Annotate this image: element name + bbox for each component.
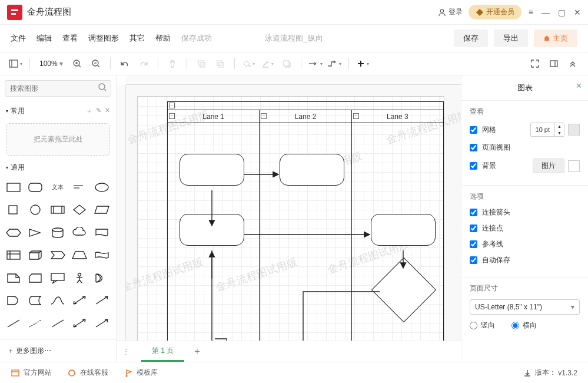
close-panel-icon[interactable]: ✕ bbox=[576, 81, 582, 90]
menu-icon[interactable]: ≡ bbox=[529, 8, 533, 17]
menu-extra[interactable]: 其它 bbox=[129, 33, 145, 44]
shape-cyl[interactable] bbox=[49, 226, 67, 239]
pageview-checkbox[interactable]: 页面视图 bbox=[470, 143, 510, 153]
background-color-swatch[interactable] bbox=[568, 160, 580, 172]
shape-datastor[interactable] bbox=[26, 294, 44, 307]
line-color-icon[interactable]: ▾ bbox=[260, 55, 276, 72]
background-checkbox[interactable]: 背景 bbox=[470, 161, 496, 171]
shape-line2[interactable] bbox=[49, 317, 67, 330]
pages-menu-icon[interactable]: ⋮ bbox=[122, 348, 129, 356]
portrait-radio[interactable]: 竖向 bbox=[470, 321, 495, 331]
shape-doc[interactable] bbox=[93, 226, 111, 239]
template-library-link[interactable]: 模板库 bbox=[124, 368, 158, 378]
shape-text[interactable]: 文本 bbox=[49, 181, 67, 194]
shape-circle[interactable] bbox=[26, 203, 44, 216]
menu-edit[interactable]: 编辑 bbox=[36, 33, 52, 44]
shape-biarr2[interactable] bbox=[71, 317, 88, 330]
shadow-icon[interactable] bbox=[278, 55, 295, 72]
save-button[interactable]: 保存 bbox=[454, 29, 488, 47]
collapse-icon[interactable] bbox=[564, 55, 581, 72]
fullscreen-icon[interactable] bbox=[527, 55, 543, 72]
zoom-in-icon[interactable] bbox=[69, 55, 85, 72]
category-common[interactable]: ▾常用 ＋✎✕ bbox=[0, 101, 116, 121]
shape-curve[interactable] bbox=[49, 294, 67, 307]
conn-arrow-checkbox[interactable]: 连接箭头 bbox=[470, 207, 510, 217]
shape-cube[interactable] bbox=[26, 249, 44, 262]
fill-icon[interactable]: ▾ bbox=[241, 55, 257, 72]
shape-trap[interactable] bbox=[71, 249, 88, 262]
shape-tri[interactable] bbox=[26, 226, 44, 239]
flow-node[interactable] bbox=[180, 154, 244, 186]
home-button[interactable]: 主页 bbox=[534, 29, 577, 47]
collapse-icon[interactable]: − bbox=[353, 113, 359, 119]
collapse-icon[interactable]: − bbox=[261, 113, 267, 119]
lane-2[interactable]: −Lane 2 bbox=[260, 110, 351, 341]
landscape-radio[interactable]: 横向 bbox=[511, 321, 537, 331]
shape-square[interactable] bbox=[5, 203, 22, 216]
maximize-button[interactable]: ▢ bbox=[558, 8, 566, 17]
menu-arrange[interactable]: 调整图形 bbox=[88, 33, 119, 44]
add-page-button[interactable]: ＋ bbox=[192, 345, 202, 358]
shape-roundrect[interactable] bbox=[26, 181, 44, 194]
shape-step[interactable] bbox=[49, 249, 67, 262]
shape-actor[interactable] bbox=[71, 272, 88, 285]
autosave-checkbox[interactable]: 自动保存 bbox=[470, 255, 510, 265]
official-site-link[interactable]: 官方网站 bbox=[11, 368, 52, 378]
menu-view[interactable]: 查看 bbox=[62, 33, 78, 44]
shape-and[interactable] bbox=[5, 294, 22, 307]
shape-textbox[interactable] bbox=[71, 181, 88, 194]
search-icon[interactable] bbox=[98, 83, 107, 93]
shape-intstor[interactable] bbox=[5, 249, 22, 262]
page-tab-1[interactable]: 第 1 页 bbox=[141, 341, 184, 362]
shape-rect[interactable] bbox=[5, 181, 22, 194]
login-button[interactable]: 登录 bbox=[438, 7, 463, 17]
shape-cloud[interactable] bbox=[71, 226, 88, 239]
edit-common-icon[interactable]: ✎ bbox=[96, 107, 101, 115]
undo-icon[interactable] bbox=[117, 55, 133, 72]
export-button[interactable]: 导出 bbox=[494, 29, 528, 47]
menu-help[interactable]: 帮助 bbox=[155, 33, 171, 44]
format-panel-icon[interactable] bbox=[546, 55, 562, 72]
flow-node[interactable] bbox=[180, 214, 244, 246]
to-back-icon[interactable] bbox=[212, 55, 228, 72]
sidebar-toggle-icon[interactable]: ▾ bbox=[7, 55, 24, 72]
shape-arrow[interactable] bbox=[93, 294, 111, 307]
zoom-level[interactable]: 100%▾ bbox=[36, 60, 67, 68]
background-image-button[interactable]: 图片 bbox=[533, 159, 564, 173]
shape-note[interactable] bbox=[5, 272, 22, 285]
collapse-icon[interactable]: − bbox=[169, 113, 175, 119]
close-button[interactable]: ✕ bbox=[574, 8, 581, 17]
pagesize-select[interactable]: US-Letter (8,5" x 11") bbox=[470, 299, 580, 315]
document-title[interactable]: 泳道流程图_纵向 bbox=[265, 33, 323, 44]
customer-service-link[interactable]: 在线客服 bbox=[67, 368, 108, 378]
vip-button[interactable]: 开通会员 bbox=[469, 5, 521, 19]
grid-size-stepper[interactable]: 10 pt▲▼ bbox=[530, 123, 564, 137]
search-input[interactable] bbox=[5, 80, 111, 97]
shape-line[interactable] bbox=[5, 317, 22, 330]
shape-ellipse[interactable] bbox=[93, 181, 111, 194]
canvas[interactable]: 金舟流程图试用版 金舟流程图试用版 金舟流程图试用版 金舟流程图试用版 金舟流程… bbox=[126, 85, 461, 341]
dropzone[interactable]: 把元素拖至此处 bbox=[6, 123, 110, 156]
collapse-icon[interactable]: − bbox=[169, 103, 175, 108]
grid-color-swatch[interactable] bbox=[568, 124, 580, 136]
guide-checkbox[interactable]: 参考线 bbox=[470, 239, 503, 249]
del-common-icon[interactable]: ✕ bbox=[105, 107, 110, 115]
connector-icon[interactable]: ▾ bbox=[307, 55, 324, 72]
shape-biarrow[interactable] bbox=[71, 294, 88, 307]
menu-file[interactable]: 文件 bbox=[11, 33, 26, 44]
shape-callout[interactable] bbox=[49, 272, 67, 285]
shape-arr2[interactable] bbox=[93, 317, 111, 330]
minimize-button[interactable]: — bbox=[542, 8, 550, 17]
waypoint-icon[interactable]: ▾ bbox=[326, 55, 343, 72]
conn-point-checkbox[interactable]: 连接点 bbox=[470, 223, 503, 233]
shape-card[interactable] bbox=[26, 272, 44, 285]
flow-node[interactable] bbox=[280, 154, 344, 186]
swimlane-pool[interactable]: − −Lane 1 −Lane 2 −Lane 3 bbox=[167, 101, 444, 341]
flow-node[interactable] bbox=[371, 214, 436, 246]
to-front-icon[interactable] bbox=[193, 55, 210, 72]
add-common-icon[interactable]: ＋ bbox=[86, 107, 92, 115]
shape-process[interactable] bbox=[49, 203, 67, 216]
delete-icon[interactable] bbox=[164, 55, 181, 72]
shape-parallel[interactable] bbox=[93, 203, 111, 216]
shape-diamond[interactable] bbox=[71, 203, 88, 216]
